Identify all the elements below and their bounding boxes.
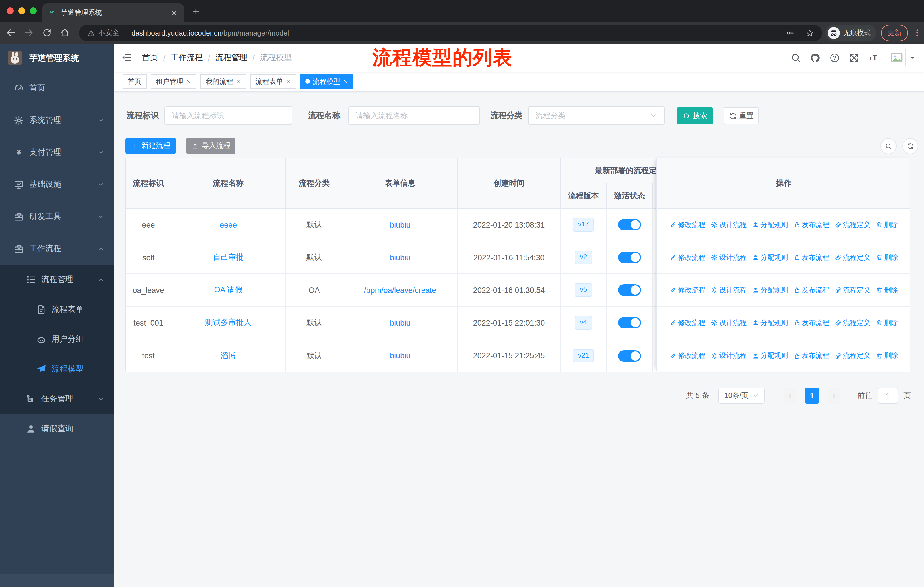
new-tab-button[interactable] xyxy=(191,7,201,16)
sidebar-item-workflow[interactable]: 工作流程 xyxy=(0,233,114,265)
process-name-link[interactable]: 测试多审批人 xyxy=(205,317,251,328)
font-size-icon[interactable]: TT xyxy=(868,53,879,63)
publish-process-action[interactable]: 发布流程 xyxy=(793,351,829,360)
delete-action[interactable]: 删除 xyxy=(876,220,898,230)
delete-action[interactable]: 删除 xyxy=(876,285,898,295)
breadcrumb-item[interactable]: 流程管理 xyxy=(215,53,248,63)
assign-rule-action[interactable]: 分配规则 xyxy=(752,253,788,262)
minimize-window-button[interactable] xyxy=(18,7,25,14)
publish-process-action[interactable]: 发布流程 xyxy=(793,285,829,295)
process-definition-action[interactable]: 流程定义 xyxy=(834,351,870,360)
sidebar-item-user-group[interactable]: 用户分组 xyxy=(0,324,114,354)
next-page-button[interactable] xyxy=(828,387,840,403)
assign-rule-action[interactable]: 分配规则 xyxy=(752,351,788,360)
process-name-link[interactable]: 自己审批 xyxy=(213,252,244,263)
sidebar-item-infra[interactable]: 基础设施 xyxy=(0,169,114,201)
process-definition-action[interactable]: 流程定义 xyxy=(834,253,870,262)
maximize-window-button[interactable] xyxy=(30,7,37,14)
publish-process-action[interactable]: 发布流程 xyxy=(793,253,829,262)
password-manager-icon[interactable] xyxy=(786,29,795,37)
design-process-action[interactable]: 设计流程 xyxy=(711,220,747,230)
sidebar-item-process-model[interactable]: 流程模型 xyxy=(0,354,114,384)
process-definition-action[interactable]: 流程定义 xyxy=(834,318,870,327)
category-select[interactable]: 流程分类 xyxy=(528,106,665,125)
tag-home[interactable]: 首页 xyxy=(122,74,147,89)
sidebar-item-leave-query[interactable]: 请假查询 xyxy=(0,414,114,444)
modify-process-action[interactable]: 修改流程 xyxy=(669,351,705,360)
tag-process-model[interactable]: 流程模型 xyxy=(300,74,353,89)
security-warning-icon[interactable] xyxy=(87,29,95,37)
fullscreen-icon[interactable] xyxy=(849,53,859,63)
process-name-link[interactable]: OA 请假 xyxy=(214,285,242,295)
reload-button[interactable] xyxy=(42,28,52,38)
delete-action[interactable]: 删除 xyxy=(876,318,898,327)
close-icon[interactable] xyxy=(186,79,191,84)
search-icon[interactable] xyxy=(790,53,801,63)
window-controls[interactable] xyxy=(7,7,37,14)
show-search-toggle-button[interactable] xyxy=(881,138,896,154)
tab-close-icon[interactable] xyxy=(170,9,178,17)
assign-rule-action[interactable]: 分配规则 xyxy=(752,318,788,327)
close-icon[interactable] xyxy=(343,79,348,84)
process-name-input[interactable]: 请输入流程名称 xyxy=(348,106,480,125)
current-page-button[interactable]: 1 xyxy=(805,387,819,403)
avatar[interactable] xyxy=(888,49,906,66)
process-name-link[interactable]: eeee xyxy=(220,220,237,229)
assign-rule-action[interactable]: 分配规则 xyxy=(752,220,788,230)
bookmark-star-icon[interactable] xyxy=(805,29,814,37)
design-process-action[interactable]: 设计流程 xyxy=(711,285,747,295)
close-window-button[interactable] xyxy=(7,7,14,14)
tag-tenant[interactable]: 租户管理 xyxy=(151,74,196,89)
form-info-link[interactable]: biubiu xyxy=(390,318,411,327)
sidebar-item-devtools[interactable]: 研发工具 xyxy=(0,201,114,233)
search-button[interactable]: 搜索 xyxy=(676,107,713,124)
page-size-select[interactable]: 10条/页 xyxy=(718,387,765,403)
form-info-link[interactable]: biubiu xyxy=(390,351,411,360)
active-toggle[interactable] xyxy=(618,284,641,296)
goto-page-input[interactable]: 1 xyxy=(878,387,898,403)
reset-button[interactable]: 重置 xyxy=(723,107,759,124)
modify-process-action[interactable]: 修改流程 xyxy=(669,285,705,295)
publish-process-action[interactable]: 发布流程 xyxy=(793,220,829,230)
tag-my-process[interactable]: 我的流程 xyxy=(201,74,246,89)
sidebar-item-system[interactable]: 系统管理 xyxy=(0,104,114,136)
form-info-link[interactable]: /bpm/oa/leave/create xyxy=(364,286,436,294)
delete-action[interactable]: 删除 xyxy=(876,253,898,262)
active-toggle[interactable] xyxy=(618,350,641,361)
active-toggle[interactable] xyxy=(618,251,641,263)
tag-process-form[interactable]: 流程表单 xyxy=(250,74,296,89)
browser-update-button[interactable]: 更新 xyxy=(881,25,908,41)
collapse-sidebar-icon[interactable] xyxy=(121,52,132,63)
sidebar-item-process-form[interactable]: 流程表单 xyxy=(0,294,114,324)
modify-process-action[interactable]: 修改流程 xyxy=(669,220,705,230)
process-id-input[interactable]: 请输入流程标识 xyxy=(164,106,292,125)
design-process-action[interactable]: 设计流程 xyxy=(711,318,747,327)
process-name-link[interactable]: 滔博 xyxy=(221,351,236,361)
breadcrumb-item[interactable]: 工作流程 xyxy=(171,53,203,63)
design-process-action[interactable]: 设计流程 xyxy=(711,351,747,360)
sidebar-item-payment[interactable]: ¥ 支付管理 xyxy=(0,136,114,169)
process-definition-action[interactable]: 流程定义 xyxy=(834,220,870,230)
home-button[interactable] xyxy=(59,28,70,38)
back-button[interactable] xyxy=(6,28,16,38)
browser-tab[interactable]: 芋道管理系统 xyxy=(42,3,184,22)
form-info-link[interactable]: biubiu xyxy=(390,253,411,262)
refresh-table-button[interactable] xyxy=(902,138,918,154)
sidebar-item-task-mgmt[interactable]: 任务管理 xyxy=(0,384,114,414)
active-toggle[interactable] xyxy=(618,317,641,329)
delete-action[interactable]: 删除 xyxy=(876,351,898,360)
close-icon[interactable] xyxy=(286,79,291,84)
modify-process-action[interactable]: 修改流程 xyxy=(669,318,705,327)
help-icon[interactable]: ? xyxy=(830,53,840,63)
browser-menu-icon[interactable] xyxy=(912,28,922,38)
github-icon[interactable] xyxy=(810,53,820,63)
close-icon[interactable] xyxy=(236,79,241,84)
modify-process-action[interactable]: 修改流程 xyxy=(669,253,705,262)
breadcrumb-item[interactable]: 首页 xyxy=(142,53,158,63)
sidebar-item-home[interactable]: 首页 xyxy=(0,72,114,104)
design-process-action[interactable]: 设计流程 xyxy=(711,253,747,262)
active-toggle[interactable] xyxy=(618,219,641,230)
address-bar[interactable]: 不安全 dashboard.yudao.iocoder.cn /bpm/mana… xyxy=(79,25,822,41)
caret-down-icon[interactable] xyxy=(909,54,916,61)
create-process-button[interactable]: 新建流程 xyxy=(125,137,176,154)
